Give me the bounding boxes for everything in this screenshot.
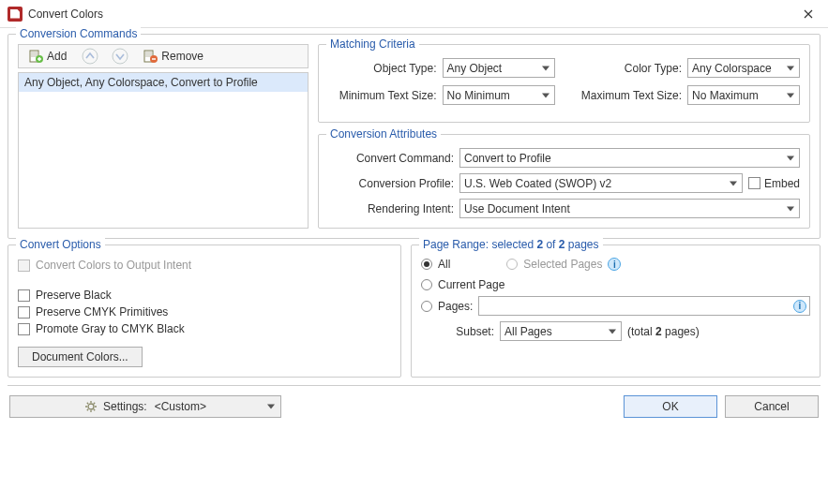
matching-criteria-group: Matching Criteria Object Type: Any Objec… — [318, 44, 810, 123]
list-item[interactable]: Any Object, Any Colorspace, Convert to P… — [19, 73, 308, 92]
svg-point-6 — [88, 404, 94, 409]
color-type-label: Color Type: — [574, 62, 683, 75]
conversion-profile-label: Conversion Profile: — [328, 177, 459, 190]
window-title: Convert Colors — [28, 7, 789, 21]
radio-all[interactable]: All — [421, 258, 450, 271]
gear-icon — [84, 400, 98, 413]
cancel-button[interactable]: Cancel — [725, 395, 819, 418]
app-icon — [8, 7, 23, 22]
min-text-select[interactable]: No Minimum — [443, 85, 555, 105]
settings-value: <Custom> — [155, 400, 206, 413]
svg-point-3 — [113, 49, 128, 64]
promote-gray-checkbox[interactable]: Promote Gray to CMYK Black — [18, 322, 391, 335]
convert-options-group: Convert Options Convert Colors to Output… — [8, 245, 401, 378]
document-colors-button[interactable]: Document Colors... — [18, 347, 143, 367]
settings-dropdown[interactable]: Settings: <Custom> — [9, 395, 281, 418]
min-text-label: Minimum Text Size: — [328, 89, 437, 102]
add-label: Add — [47, 50, 67, 63]
page-range-legend: Page Range: selected 2 of 2 pages — [419, 238, 603, 251]
conversion-profile-select[interactable]: U.S. Web Coated (SWOP) v2 — [459, 173, 743, 193]
move-up-button[interactable] — [77, 45, 103, 67]
add-button[interactable]: Add — [23, 47, 73, 66]
convert-options-legend: Convert Options — [16, 238, 105, 251]
preserve-cmyk-checkbox[interactable]: Preserve CMYK Primitives — [18, 305, 391, 319]
info-icon[interactable]: i — [793, 300, 806, 313]
conversion-attributes-legend: Conversion Attributes — [326, 127, 441, 141]
info-icon[interactable]: i — [608, 258, 621, 271]
conversion-attributes-group: Conversion Attributes Convert Command: C… — [318, 134, 810, 229]
subset-label: Subset: — [421, 325, 494, 338]
svg-point-2 — [83, 49, 98, 64]
convert-command-select[interactable]: Convert to Profile — [459, 148, 800, 168]
page-range-group: Page Range: selected 2 of 2 pages All Se… — [411, 245, 820, 378]
commands-toolbar: Add Remove — [18, 44, 309, 68]
remove-label: Remove — [161, 50, 203, 63]
ok-button[interactable]: OK — [624, 395, 717, 418]
remove-icon — [143, 50, 158, 63]
close-button[interactable] — [789, 0, 828, 28]
move-down-button[interactable] — [107, 45, 133, 67]
pages-input[interactable]: i — [478, 296, 810, 316]
max-text-select[interactable]: No Maximum — [687, 85, 800, 105]
max-text-label: Maximum Text Size: — [574, 89, 683, 102]
radio-pages[interactable]: Pages: — [421, 300, 473, 313]
embed-label: Embed — [764, 177, 800, 190]
output-intent-checkbox: Convert Colors to Output Intent — [18, 259, 391, 272]
radio-selected-pages: Selected Pagesi — [506, 258, 621, 271]
convert-command-label: Convert Command: — [328, 152, 459, 165]
chevron-up-icon — [82, 48, 98, 65]
settings-label: Settings: — [103, 400, 147, 413]
chevron-down-icon — [112, 48, 128, 65]
commands-list[interactable]: Any Object, Any Colorspace, Convert to P… — [18, 72, 309, 229]
remove-button[interactable]: Remove — [137, 47, 210, 66]
add-icon — [29, 50, 44, 63]
rendering-intent-label: Rendering Intent: — [328, 202, 459, 215]
matching-criteria-legend: Matching Criteria — [326, 37, 419, 51]
close-icon — [804, 9, 813, 19]
rendering-intent-select[interactable]: Use Document Intent — [459, 199, 800, 218]
preserve-black-checkbox[interactable]: Preserve Black — [18, 289, 391, 302]
titlebar: Convert Colors — [0, 0, 828, 28]
object-type-label: Object Type: — [328, 62, 437, 75]
conversion-commands-group: Conversion Commands Add Re — [8, 34, 820, 239]
conversion-commands-legend: Conversion Commands — [16, 27, 141, 40]
radio-current-page[interactable]: Current Page — [421, 278, 810, 291]
object-type-select[interactable]: Any Object — [443, 58, 555, 78]
total-pages-text: (total 2 pages) — [627, 325, 700, 338]
subset-select[interactable]: All Pages — [500, 321, 622, 341]
embed-checkbox[interactable] — [748, 177, 760, 189]
color-type-select[interactable]: Any Colorspace — [687, 58, 800, 78]
